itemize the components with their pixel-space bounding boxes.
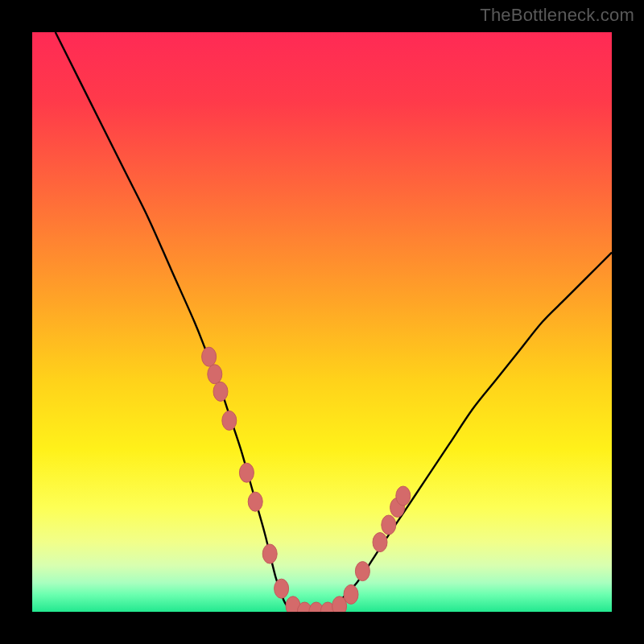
marker-point — [248, 492, 262, 511]
marker-point — [373, 533, 387, 552]
chart-frame: TheBottleneck.com — [0, 0, 644, 644]
marker-point — [208, 365, 222, 384]
marker-point — [396, 486, 411, 506]
marker-point — [222, 411, 237, 430]
marker-point — [344, 584, 358, 604]
marker-point — [202, 347, 217, 366]
bottleneck-curve — [56, 32, 612, 612]
marker-point — [262, 544, 277, 564]
watermark-text: TheBottleneck.com — [480, 5, 634, 26]
plot-area — [32, 32, 612, 612]
marker-point — [382, 515, 396, 535]
marker-point — [239, 463, 254, 482]
marker-group — [202, 347, 411, 612]
marker-point — [355, 562, 369, 581]
curve-layer — [32, 32, 612, 612]
marker-point — [275, 579, 289, 598]
marker-point — [213, 382, 228, 401]
